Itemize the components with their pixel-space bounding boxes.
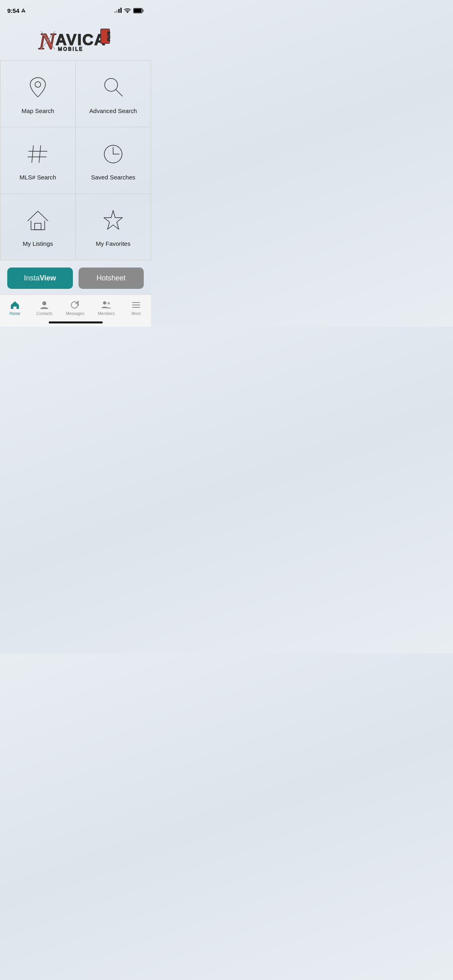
contacts-tab-icon bbox=[39, 300, 50, 310]
status-icons bbox=[114, 8, 144, 13]
tab-contacts[interactable]: Contacts bbox=[32, 298, 56, 317]
advanced-search-label: Advanced Search bbox=[89, 107, 137, 114]
signal-icon bbox=[114, 8, 122, 13]
tab-more[interactable]: More bbox=[124, 298, 148, 317]
more-tab-icon bbox=[131, 300, 141, 310]
hotsheet-button[interactable]: Hotsheet bbox=[79, 268, 144, 289]
svg-point-28 bbox=[108, 302, 110, 305]
map-search-button[interactable]: Map Search bbox=[0, 61, 76, 127]
svg-line-15 bbox=[32, 146, 33, 163]
svg-text:N: N bbox=[38, 28, 56, 54]
tab-members[interactable]: Members bbox=[94, 298, 119, 317]
map-search-label: Map Search bbox=[22, 107, 54, 114]
my-favorites-button[interactable]: My Favorites bbox=[76, 194, 151, 260]
my-listings-button[interactable]: My Listings bbox=[0, 194, 76, 260]
svg-marker-0 bbox=[22, 9, 25, 12]
svg-rect-22 bbox=[35, 223, 41, 230]
svg-point-13 bbox=[105, 78, 118, 91]
svg-point-1 bbox=[127, 12, 128, 13]
search-icon bbox=[99, 74, 127, 102]
svg-rect-3 bbox=[134, 8, 142, 12]
tab-contacts-label: Contacts bbox=[37, 311, 52, 316]
svg-line-16 bbox=[39, 146, 41, 163]
my-listings-label: My Listings bbox=[23, 240, 53, 247]
status-time: 9:54 bbox=[7, 7, 26, 14]
action-buttons: InstaView Hotsheet bbox=[0, 260, 151, 294]
house-icon bbox=[24, 206, 52, 235]
instaview-label-plain: Insta bbox=[24, 274, 39, 282]
svg-text:PLUS: PLUS bbox=[107, 31, 111, 41]
tab-messages[interactable]: Messages bbox=[62, 298, 89, 317]
members-tab-icon bbox=[101, 300, 112, 310]
tab-home[interactable]: Home bbox=[3, 298, 27, 317]
svg-text:AVICA: AVICA bbox=[56, 31, 106, 48]
home-tab-icon bbox=[10, 300, 20, 310]
navica-logo-svg: N AVICA MOBILE N PLUS bbox=[35, 26, 116, 54]
svg-point-27 bbox=[103, 301, 106, 305]
saved-searches-label: Saved Searches bbox=[91, 174, 135, 181]
status-bar: 9:54 bbox=[0, 0, 151, 18]
logo-area: N AVICA MOBILE N PLUS bbox=[0, 18, 151, 60]
saved-searches-button[interactable]: Saved Searches bbox=[76, 127, 151, 194]
mls-search-button[interactable]: MLS# Search bbox=[0, 127, 76, 194]
instaview-button[interactable]: InstaView bbox=[7, 268, 73, 289]
home-indicator bbox=[0, 319, 151, 327]
my-favorites-label: My Favorites bbox=[96, 240, 130, 247]
mls-search-label: MLS# Search bbox=[20, 174, 56, 181]
hash-icon bbox=[24, 140, 52, 168]
tab-messages-label: Messages bbox=[66, 311, 85, 316]
instaview-label-bold: View bbox=[39, 274, 56, 282]
svg-marker-23 bbox=[104, 210, 122, 229]
advanced-search-button[interactable]: Advanced Search bbox=[76, 61, 151, 127]
location-arrow-icon bbox=[21, 8, 26, 13]
svg-point-24 bbox=[42, 301, 46, 305]
star-icon bbox=[99, 206, 127, 235]
app-logo: N AVICA MOBILE N PLUS bbox=[35, 26, 116, 54]
time-display: 9:54 bbox=[7, 7, 19, 14]
battery-icon bbox=[133, 8, 144, 13]
hotsheet-label: Hotsheet bbox=[97, 274, 126, 282]
svg-line-14 bbox=[116, 90, 122, 96]
svg-point-12 bbox=[35, 82, 41, 87]
tab-more-label: More bbox=[132, 311, 141, 316]
tab-bar: Home Contacts Messages Members M bbox=[0, 294, 151, 319]
main-grid: Map Search Advanced Search MLS# Search S… bbox=[0, 60, 151, 260]
home-indicator-bar bbox=[49, 321, 103, 323]
tab-members-label: Members bbox=[98, 311, 115, 316]
map-pin-icon bbox=[24, 74, 52, 102]
clock-icon bbox=[99, 140, 127, 168]
wifi-icon bbox=[124, 8, 131, 13]
messages-tab-icon bbox=[70, 300, 81, 310]
svg-text:MOBILE: MOBILE bbox=[58, 46, 83, 52]
tab-home-label: Home bbox=[9, 311, 20, 316]
